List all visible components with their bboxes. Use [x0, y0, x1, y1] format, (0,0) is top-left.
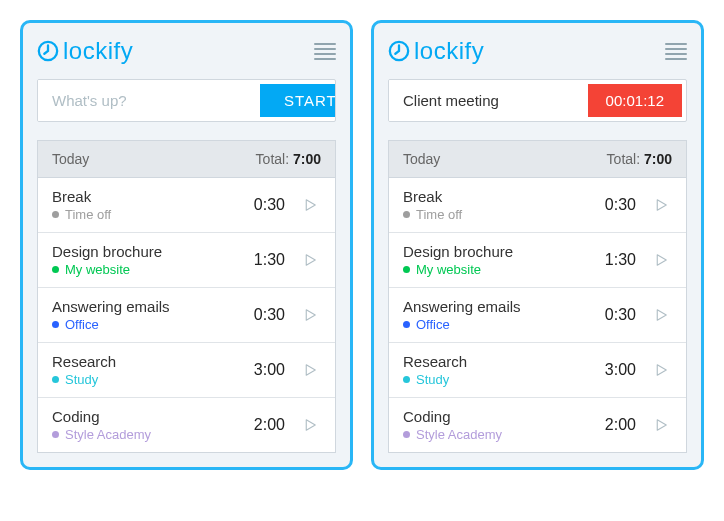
play-icon[interactable] — [650, 249, 672, 271]
clock-icon — [37, 40, 59, 62]
entry-title: Research — [403, 353, 596, 370]
start-button[interactable]: START — [260, 84, 336, 117]
entry-list: Today Total: 7:00 BreakTime off0:30Desig… — [388, 140, 687, 453]
entry-project: Style Academy — [52, 427, 245, 442]
day-label: Today — [403, 151, 440, 167]
play-icon[interactable] — [650, 304, 672, 326]
list-item[interactable]: Design brochureMy website1:30 — [38, 233, 335, 288]
entry-duration: 0:30 — [596, 196, 636, 214]
play-icon[interactable] — [650, 359, 672, 381]
project-name: Time off — [65, 207, 111, 222]
entry-main: CodingStyle Academy — [52, 408, 245, 442]
play-icon[interactable] — [299, 414, 321, 436]
play-icon[interactable] — [299, 359, 321, 381]
app-logo: lockify — [388, 37, 484, 65]
total-label: Total: 7:00 — [607, 151, 672, 167]
project-name: Study — [65, 372, 98, 387]
entry-title: Design brochure — [52, 243, 245, 260]
play-icon[interactable] — [299, 194, 321, 216]
entry-duration: 3:00 — [245, 361, 285, 379]
brand-name: lockify — [414, 37, 484, 65]
project-name: My website — [65, 262, 130, 277]
entry-main: Answering emailsOffice — [403, 298, 596, 332]
project-name: Style Academy — [65, 427, 151, 442]
entry-title: Research — [52, 353, 245, 370]
project-dot-icon — [403, 431, 410, 438]
menu-icon[interactable] — [314, 43, 336, 60]
entry-title: Answering emails — [52, 298, 245, 315]
running-timer[interactable]: 00:01:12 — [588, 84, 682, 117]
project-dot-icon — [52, 321, 59, 328]
day-label: Today — [52, 151, 89, 167]
menu-icon[interactable] — [665, 43, 687, 60]
list-item[interactable]: ResearchStudy3:00 — [38, 343, 335, 398]
entry-list: Today Total: 7:00 BreakTime off0:30Desig… — [37, 140, 336, 453]
project-dot-icon — [403, 266, 410, 273]
entry-main: CodingStyle Academy — [403, 408, 596, 442]
project-dot-icon — [52, 211, 59, 218]
project-dot-icon — [52, 376, 59, 383]
entry-project: My website — [52, 262, 245, 277]
entry-project: Style Academy — [403, 427, 596, 442]
entry-title: Coding — [403, 408, 596, 425]
entry-title: Break — [403, 188, 596, 205]
list-item[interactable]: BreakTime off0:30 — [389, 178, 686, 233]
task-input[interactable] — [38, 80, 256, 121]
play-icon[interactable] — [299, 304, 321, 326]
project-name: Study — [416, 372, 449, 387]
entry-duration: 1:30 — [245, 251, 285, 269]
project-name: My website — [416, 262, 481, 277]
list-item[interactable]: CodingStyle Academy2:00 — [38, 398, 335, 452]
entry-title: Answering emails — [403, 298, 596, 315]
entry-duration: 2:00 — [245, 416, 285, 434]
header: lockify — [388, 37, 687, 65]
total-label: Total: 7:00 — [256, 151, 321, 167]
brand-name: lockify — [63, 37, 133, 65]
project-dot-icon — [403, 321, 410, 328]
tracker-card-idle: lockify START Today Total: 7:00 BreakTim… — [20, 20, 353, 470]
entry-project: Study — [52, 372, 245, 387]
project-name: Office — [416, 317, 450, 332]
entry-duration: 0:30 — [245, 306, 285, 324]
list-item[interactable]: Design brochureMy website1:30 — [389, 233, 686, 288]
project-name: Time off — [416, 207, 462, 222]
entry-duration: 2:00 — [596, 416, 636, 434]
entry-project: Time off — [403, 207, 596, 222]
project-dot-icon — [52, 431, 59, 438]
project-name: Style Academy — [416, 427, 502, 442]
current-task[interactable]: Client meeting — [389, 80, 584, 121]
list-item[interactable]: BreakTime off0:30 — [38, 178, 335, 233]
list-item[interactable]: Answering emailsOffice0:30 — [389, 288, 686, 343]
entry-title: Design brochure — [403, 243, 596, 260]
project-name: Office — [65, 317, 99, 332]
entry-duration: 3:00 — [596, 361, 636, 379]
entry-main: BreakTime off — [52, 188, 245, 222]
tracker-card-running: lockify Client meeting 00:01:12 Today To… — [371, 20, 704, 470]
entry-project: Office — [403, 317, 596, 332]
header: lockify — [37, 37, 336, 65]
list-item[interactable]: ResearchStudy3:00 — [389, 343, 686, 398]
entry-main: ResearchStudy — [403, 353, 596, 387]
entry-project: Office — [52, 317, 245, 332]
list-header: Today Total: 7:00 — [38, 141, 335, 178]
project-dot-icon — [403, 211, 410, 218]
app-logo: lockify — [37, 37, 133, 65]
clock-icon — [388, 40, 410, 62]
list-header: Today Total: 7:00 — [389, 141, 686, 178]
play-icon[interactable] — [299, 249, 321, 271]
entry-project: Time off — [52, 207, 245, 222]
entry-main: BreakTime off — [403, 188, 596, 222]
list-item[interactable]: Answering emailsOffice0:30 — [38, 288, 335, 343]
entry-main: Design brochureMy website — [52, 243, 245, 277]
project-dot-icon — [52, 266, 59, 273]
input-row: Client meeting 00:01:12 — [388, 79, 687, 122]
play-icon[interactable] — [650, 414, 672, 436]
entry-main: ResearchStudy — [52, 353, 245, 387]
entry-duration: 0:30 — [245, 196, 285, 214]
play-icon[interactable] — [650, 194, 672, 216]
list-item[interactable]: CodingStyle Academy2:00 — [389, 398, 686, 452]
entry-duration: 1:30 — [596, 251, 636, 269]
entry-title: Coding — [52, 408, 245, 425]
project-dot-icon — [403, 376, 410, 383]
entry-project: My website — [403, 262, 596, 277]
